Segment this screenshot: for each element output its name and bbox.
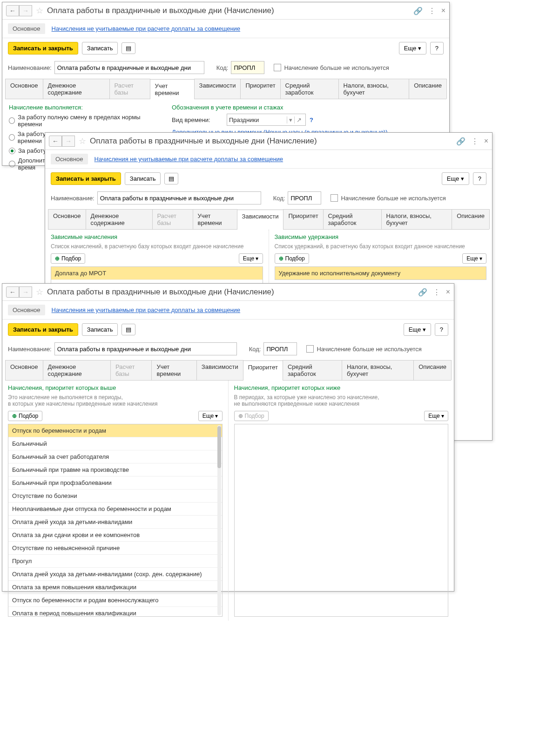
list-item[interactable]: Доплата до МРОТ [51, 267, 263, 280]
pick-button-higher[interactable]: ⊕Подбор [8, 411, 42, 421]
close-icon[interactable]: × [484, 137, 488, 145]
tab-avg[interactable]: Средний заработок [280, 79, 339, 99]
list-item[interactable]: Отсутствие по невыясненной причине [8, 542, 222, 555]
save-button[interactable]: Записать [82, 42, 118, 54]
help-icon[interactable]: ? [310, 116, 313, 123]
more-button[interactable]: Еще ▾ [404, 323, 431, 336]
star-icon[interactable]: ☆ [36, 287, 43, 297]
radio-1[interactable]: За работу полную смену в пределах нормы … [9, 114, 158, 128]
back-button[interactable]: ← [6, 5, 19, 16]
tab-deps[interactable]: Зависимости [194, 79, 241, 99]
save-button[interactable]: Записать [82, 323, 118, 336]
list-item[interactable]: Оплата за время повышения квалификации [8, 581, 222, 594]
tab-desc[interactable]: Описание [452, 209, 490, 229]
tab-money[interactable]: Денежное содержание [86, 209, 153, 229]
list-item[interactable]: Неоплачиваемые дни отпуска по беременнос… [8, 503, 222, 516]
tab-time[interactable]: Учет времени [193, 209, 237, 229]
more-button[interactable]: Еще ▾ [442, 172, 469, 185]
more-button-higher[interactable]: Еще ▾ [198, 411, 223, 421]
tab-desc[interactable]: Описание [409, 79, 447, 99]
subnav-link[interactable]: Начисления не учитываемые при расчете до… [94, 156, 283, 163]
close-icon[interactable]: × [446, 288, 450, 296]
tab-main[interactable]: Основное [5, 79, 43, 99]
lower-priority-list[interactable] [234, 424, 449, 617]
help-button[interactable]: ? [435, 323, 448, 336]
more-button-left[interactable]: Еще ▾ [239, 253, 263, 264]
list-item[interactable]: Прогул [8, 555, 222, 568]
tab-priority[interactable]: Приоритет [283, 209, 323, 229]
dep-deductions-list[interactable]: Удержание по исполнительному документу [275, 266, 487, 280]
tab-money[interactable]: Денежное содержание [43, 79, 110, 99]
tab-priority[interactable]: Приоритет [240, 79, 280, 99]
star-icon[interactable]: ☆ [36, 6, 43, 16]
list-item[interactable]: Удержание по исполнительному документу [275, 267, 486, 279]
tab-main[interactable]: Основное [5, 360, 43, 380]
back-button[interactable]: ← [6, 286, 19, 298]
menu-icon[interactable]: ⋮ [428, 7, 436, 15]
tab-money[interactable]: Денежное содержание [43, 360, 111, 380]
tab-time[interactable]: Учет времени [150, 79, 195, 99]
more-button-right[interactable]: Еще ▾ [462, 253, 486, 264]
list-item[interactable]: Больничный при профзаболевании [8, 477, 222, 490]
tab-tax[interactable]: Налоги, взносы, бухучет [342, 360, 414, 380]
list-item[interactable]: Больничный [8, 437, 222, 450]
name-input[interactable] [54, 342, 237, 355]
subnav-link[interactable]: Начисления не учитываемые при расчете до… [52, 25, 241, 32]
list-item[interactable]: Отсутствие по болезни [8, 490, 222, 503]
save-close-button[interactable]: Записать и закрыть [8, 42, 78, 54]
list-item[interactable]: Оплата дней ухода за детьми-инвалидами (… [8, 568, 222, 581]
notused-checkbox[interactable] [331, 194, 338, 202]
subnav-main[interactable]: Основное [51, 154, 88, 164]
list-item[interactable]: Больничный при травме на производстве [8, 463, 222, 477]
list-item[interactable]: Оплата дней ухода за детьми-инвалидами [8, 516, 222, 529]
tab-time[interactable]: Учет времени [151, 360, 196, 380]
link-icon[interactable]: 🔗 [418, 288, 427, 297]
save-close-button[interactable]: Записать и закрыть [8, 323, 78, 336]
close-icon[interactable]: × [441, 7, 445, 15]
tab-avg[interactable]: Средний заработок [323, 209, 382, 229]
tab-desc[interactable]: Описание [413, 360, 452, 380]
list-item[interactable]: Отпуск по беременности и родам [8, 424, 222, 437]
tab-main[interactable]: Основное [48, 209, 86, 229]
back-button[interactable]: ← [49, 136, 62, 147]
menu-icon[interactable]: ⋮ [433, 288, 440, 297]
tab-deps[interactable]: Зависимости [196, 360, 243, 380]
time-type-select[interactable]: Праздники▾↗ [227, 114, 306, 126]
tab-tax[interactable]: Налоги, взносы, бухучет [381, 209, 452, 229]
scrollbar[interactable] [217, 425, 221, 615]
tab-tax[interactable]: Налоги, взносы, бухучет [338, 79, 410, 99]
tab-deps[interactable]: Зависимости [237, 210, 284, 230]
list-item[interactable]: Больничный за счет работодателя [8, 450, 222, 463]
subnav-link[interactable]: Начисления не учитываемые при расчете до… [52, 306, 241, 313]
pick-button-right[interactable]: ⊕Подбор [275, 253, 309, 264]
link-icon[interactable]: 🔗 [413, 7, 423, 15]
more-button[interactable]: Еще ▾ [399, 42, 426, 54]
code-input[interactable] [288, 191, 321, 204]
list-item[interactable]: Оплата в период повышения квалификации [8, 607, 222, 617]
name-input[interactable] [54, 61, 204, 74]
notused-checkbox[interactable] [274, 64, 281, 71]
star-icon[interactable]: ☆ [79, 136, 86, 146]
subnav-main[interactable]: Основное [8, 305, 45, 315]
tab-priority[interactable]: Приоритет [243, 361, 283, 381]
list-item[interactable]: Отпуск по беременности и родам военнослу… [8, 594, 222, 607]
subnav-main[interactable]: Основное [8, 23, 45, 34]
report-button[interactable]: ▤ [121, 42, 135, 54]
link-icon[interactable]: 🔗 [456, 137, 466, 146]
code-input[interactable] [263, 342, 297, 355]
report-button[interactable]: ▤ [121, 324, 135, 335]
save-close-button[interactable]: Записать и закрыть [51, 172, 121, 185]
report-button[interactable]: ▤ [164, 173, 178, 184]
code-input[interactable] [231, 61, 264, 74]
menu-icon[interactable]: ⋮ [471, 137, 479, 146]
list-item[interactable]: Оплата за дни сдачи крови и ее компонент… [8, 529, 222, 542]
notused-checkbox[interactable] [306, 345, 314, 353]
more-button-lower[interactable]: Еще ▾ [424, 411, 448, 421]
tab-avg[interactable]: Средний заработок [283, 360, 342, 380]
help-button[interactable]: ? [473, 172, 486, 185]
pick-button-left[interactable]: ⊕Подбор [51, 253, 85, 264]
name-input[interactable] [97, 191, 261, 204]
higher-priority-list[interactable]: Отпуск по беременности и родамБольничный… [8, 424, 223, 617]
help-button[interactable]: ? [430, 42, 444, 54]
save-button[interactable]: Записать [125, 172, 161, 185]
